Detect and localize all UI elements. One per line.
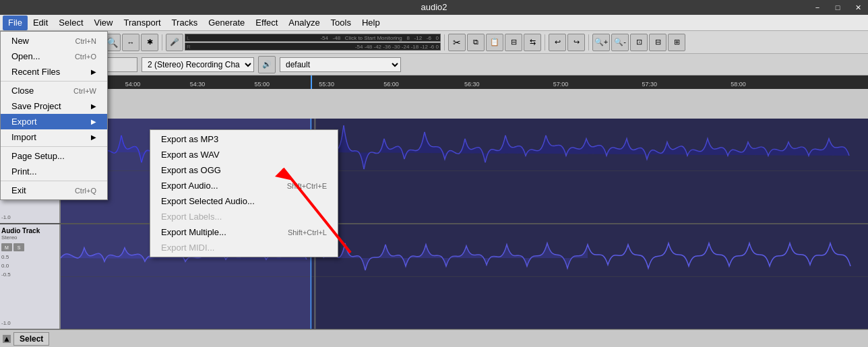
- menu-generate[interactable]: Generate: [203, 15, 250, 30]
- menu-tools[interactable]: Tools: [326, 15, 356, 30]
- ruler-mark-8: 57:00: [553, 81, 569, 88]
- menu-file[interactable]: File: [3, 15, 28, 30]
- zoom-sel-button[interactable]: ⊟: [649, 34, 666, 51]
- export-mp3[interactable]: Export as MP3: [150, 131, 338, 147]
- export-labels: Export Labels...: [150, 209, 338, 224]
- ruler-mark-9: 57:30: [642, 81, 658, 88]
- ruler-mark-4: 55:00: [255, 81, 270, 88]
- ruler-mark-7: 56:30: [464, 81, 480, 88]
- minimize-button[interactable]: −: [807, 0, 828, 15]
- track-2-y-mid: 0.0: [1, 263, 58, 269]
- separator4: [545, 34, 545, 51]
- tracks-area: Audio Track 32-bit float Stereo M S 1.0 …: [0, 119, 868, 329]
- track-2-stereo: Stereo: [1, 234, 58, 241]
- menu-import[interactable]: Import: [1, 129, 107, 145]
- input-channel-select[interactable]: 2 (Stereo) Recording Cha: [142, 57, 254, 72]
- select-button[interactable]: Select: [13, 332, 49, 346]
- track-2-solo[interactable]: S: [13, 243, 24, 251]
- vu-meters: L -54 -48 Click to Start Monitoring 8 -1…: [185, 34, 441, 51]
- menu-tracks[interactable]: Tracks: [166, 15, 204, 30]
- time-shift-button[interactable]: ↔: [122, 34, 140, 51]
- menu-select[interactable]: Select: [53, 15, 88, 30]
- ruler-mark-6: 56:00: [383, 81, 399, 88]
- export-midi: Export MIDI...: [150, 240, 338, 255]
- ruler-mark-2: 54:00: [125, 81, 141, 88]
- output-volume-button[interactable]: 🔊: [258, 56, 276, 73]
- track-2-controls: M S: [1, 243, 58, 251]
- track-2-row: Audio Track Stereo M S 0.5 0.0 -0.5 -1.0: [0, 224, 868, 329]
- zoom-in-button[interactable]: 🔍+: [592, 34, 610, 51]
- export-audio[interactable]: Export Audio...Shift+Ctrl+E: [150, 178, 338, 193]
- export-selected-audio[interactable]: Export Selected Audio...: [150, 193, 338, 209]
- app-title: audio2: [421, 2, 447, 12]
- zoom-fit-button[interactable]: ⊡: [630, 34, 648, 51]
- output-device-select[interactable]: default: [280, 57, 401, 72]
- menu-effect[interactable]: Effect: [250, 15, 283, 30]
- ruler-mark-10: 58:00: [731, 81, 746, 88]
- scroll-left-button[interactable]: ▲: [3, 335, 11, 343]
- file-menu-dropdown: NewCtrl+N Open...Ctrl+O Recent Files Clo…: [0, 31, 108, 200]
- track-2-y-bottom: -1.0: [1, 320, 58, 326]
- ruler-mark-3: 54:30: [190, 81, 206, 88]
- track-2-y-top: 0.5: [1, 254, 58, 260]
- menu-page-setup[interactable]: Page Setup...: [1, 148, 107, 164]
- trim-button[interactable]: ⊟: [505, 34, 522, 51]
- menu-analyze[interactable]: Analyze: [283, 15, 325, 30]
- playhead: [311, 75, 312, 89]
- track-1-y-bottom: -1.0: [1, 214, 58, 220]
- track-2-mute[interactable]: M: [1, 243, 12, 251]
- menu-edit[interactable]: Edit: [28, 15, 53, 30]
- export-ogg[interactable]: Export as OGG: [150, 162, 338, 178]
- sep2: [1, 146, 107, 147]
- menu-close[interactable]: CloseCtrl+W: [1, 83, 107, 98]
- menu-print[interactable]: Print...: [1, 164, 107, 179]
- menu-new[interactable]: NewCtrl+N: [1, 33, 107, 49]
- ruler-mark-5: 55:30: [319, 81, 334, 88]
- menu-recent-files[interactable]: Recent Files: [1, 64, 107, 80]
- vu-left: L -54 -48 Click to Start Monitoring 8 -1…: [185, 34, 441, 42]
- toolbar-row1: ⏮ ● I ⌇ ✎ 🔍 ↔ ✱ 🎤 L -54 -48 Click to Sta…: [0, 31, 868, 54]
- cut-button[interactable]: ✂: [448, 34, 466, 51]
- separator5: [588, 34, 589, 51]
- menu-export[interactable]: Export: [1, 114, 107, 129]
- vu-right: R -54 -48 -42 -36 -30 -24 -18 -12 -6 0: [185, 42, 441, 51]
- menu-open[interactable]: Open...Ctrl+O: [1, 49, 107, 64]
- copy-button[interactable]: ⧉: [467, 34, 485, 51]
- redo-button[interactable]: ↪: [567, 34, 585, 51]
- menu-help[interactable]: Help: [356, 15, 385, 30]
- export-multiple[interactable]: Export Multiple...Shift+Ctrl+L: [150, 224, 338, 240]
- input-monitor-button[interactable]: 🎤: [166, 34, 183, 51]
- zoom-out-button[interactable]: 🔍-: [611, 34, 629, 51]
- timeline-ruler: 53:30 54:00 54:30 55:00 55:30 56:00 56:3…: [0, 75, 868, 89]
- zoom-toggle-button[interactable]: ⊞: [668, 34, 685, 51]
- undo-button[interactable]: ↩: [549, 34, 566, 51]
- maximize-button[interactable]: □: [828, 0, 848, 15]
- menu-transport[interactable]: Transport: [118, 15, 166, 30]
- multi-tool-button[interactable]: ✱: [141, 34, 158, 51]
- track-1-row: Audio Track 32-bit float Stereo M S 1.0 …: [0, 119, 868, 224]
- sep3: [1, 181, 107, 181]
- menu-view[interactable]: View: [89, 15, 119, 30]
- title-bar: audio2 − □ ✕: [0, 0, 868, 15]
- track-2-name: Audio Track: [1, 227, 58, 234]
- device-row: ▼ 2 (Stereo) Recording Cha 🔊 default: [0, 54, 868, 75]
- export-wav[interactable]: Export as WAV: [150, 147, 338, 162]
- menu-exit[interactable]: ExitCtrl+Q: [1, 183, 107, 198]
- track-2-label: Audio Track Stereo M S 0.5 0.0 -0.5 -1.0: [0, 224, 61, 329]
- menu-bar: File Edit Select View Transport Tracks G…: [0, 15, 868, 31]
- sep1: [1, 81, 107, 82]
- separator2: [162, 34, 162, 51]
- export-submenu: Export as MP3 Export as WAV Export as OG…: [150, 129, 338, 257]
- track-2-y-low: -0.5: [1, 272, 58, 278]
- close-button[interactable]: ✕: [848, 0, 868, 15]
- status-bar: ▲ Select: [0, 329, 868, 347]
- menu-save-project[interactable]: Save Project: [1, 98, 107, 114]
- separator3: [444, 34, 445, 51]
- paste-button[interactable]: 📋: [486, 34, 503, 51]
- sync-button[interactable]: ⇆: [524, 34, 541, 51]
